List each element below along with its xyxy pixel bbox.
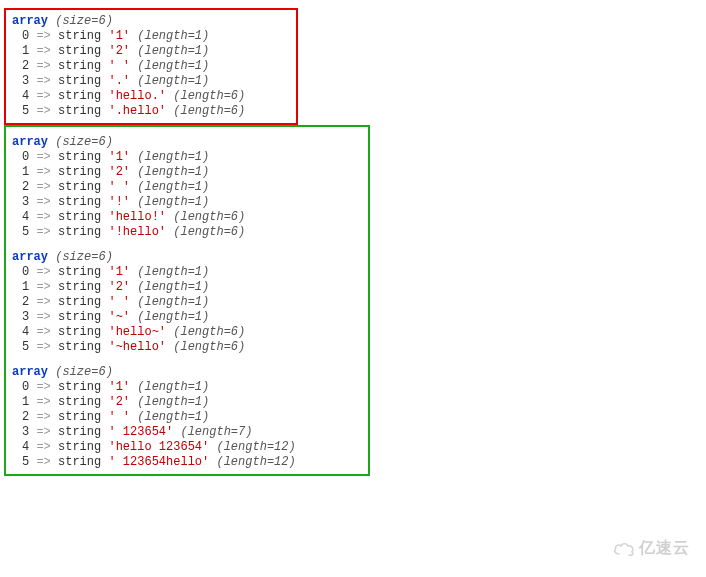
array-block-red: array (size=6)0 => string '1' (length=1)… xyxy=(4,8,298,125)
array-header: array (size=6) xyxy=(12,135,362,150)
row-type: string xyxy=(58,410,101,424)
row-value: 'hello 123654' xyxy=(108,440,209,454)
row-index: 2 xyxy=(22,180,29,194)
arrow: => xyxy=(36,340,50,354)
row-length: (length=1) xyxy=(137,74,209,88)
array-row: 1 => string '2' (length=1) xyxy=(22,280,362,295)
row-length: (length=12) xyxy=(216,440,295,454)
row-index: 5 xyxy=(22,104,29,118)
row-value: '1' xyxy=(108,29,130,43)
arrow: => xyxy=(36,180,50,194)
array-size: (size=6) xyxy=(55,365,113,379)
row-value: 'hello.' xyxy=(108,89,166,103)
row-length: (length=1) xyxy=(137,280,209,294)
row-value: ' 123654hello' xyxy=(108,455,209,469)
array-subblock: array (size=6)0 => string '1' (length=1)… xyxy=(12,250,362,355)
array-row: 4 => string 'hello!' (length=6) xyxy=(22,210,362,225)
row-index: 2 xyxy=(22,59,29,73)
row-index: 0 xyxy=(22,380,29,394)
arrow: => xyxy=(36,410,50,424)
row-length: (length=1) xyxy=(137,295,209,309)
row-type: string xyxy=(58,310,101,324)
row-index: 3 xyxy=(22,74,29,88)
array-items: 0 => string '1' (length=1)1 => string '2… xyxy=(22,380,362,470)
row-length: (length=1) xyxy=(137,195,209,209)
row-value: '1' xyxy=(108,265,130,279)
row-length: (length=6) xyxy=(173,325,245,339)
row-type: string xyxy=(58,74,101,88)
array-row: 0 => string '1' (length=1) xyxy=(22,29,290,44)
row-value: ' ' xyxy=(108,410,130,424)
row-length: (length=1) xyxy=(137,410,209,424)
arrow: => xyxy=(36,44,50,58)
row-length: (length=1) xyxy=(137,180,209,194)
array-items: 0 => string '1' (length=1)1 => string '2… xyxy=(22,150,362,240)
row-type: string xyxy=(58,440,101,454)
arrow: => xyxy=(36,280,50,294)
array-row: 3 => string '~' (length=1) xyxy=(22,310,362,325)
row-value: ' ' xyxy=(108,59,130,73)
row-type: string xyxy=(58,395,101,409)
array-row: 3 => string '.' (length=1) xyxy=(22,74,290,89)
row-value: '2' xyxy=(108,280,130,294)
row-length: (length=1) xyxy=(137,150,209,164)
row-index: 0 xyxy=(22,29,29,43)
row-index: 3 xyxy=(22,425,29,439)
arrow: => xyxy=(36,265,50,279)
row-type: string xyxy=(58,425,101,439)
arrow: => xyxy=(36,59,50,73)
cloud-icon xyxy=(613,541,635,557)
row-type: string xyxy=(58,165,101,179)
row-index: 1 xyxy=(22,395,29,409)
array-keyword: array xyxy=(12,250,48,264)
array-size: (size=6) xyxy=(55,135,113,149)
array-row: 0 => string '1' (length=1) xyxy=(22,380,362,395)
arrow: => xyxy=(36,310,50,324)
array-row: 5 => string '~hello' (length=6) xyxy=(22,340,362,355)
row-type: string xyxy=(58,325,101,339)
row-value: '~hello' xyxy=(108,340,166,354)
row-index: 0 xyxy=(22,265,29,279)
array-row: 1 => string '2' (length=1) xyxy=(22,44,290,59)
row-index: 2 xyxy=(22,295,29,309)
arrow: => xyxy=(36,195,50,209)
watermark: 亿速云 xyxy=(613,538,690,559)
row-index: 3 xyxy=(22,195,29,209)
row-length: (length=1) xyxy=(137,59,209,73)
array-row: 4 => string 'hello 123654' (length=12) xyxy=(22,440,362,455)
array-keyword: array xyxy=(12,365,48,379)
array-items: 0 => string '1' (length=1)1 => string '2… xyxy=(22,265,362,355)
row-value: ' 123654' xyxy=(108,425,173,439)
row-index: 5 xyxy=(22,225,29,239)
array-row: 4 => string 'hello~' (length=6) xyxy=(22,325,362,340)
array-row: 5 => string ' 123654hello' (length=12) xyxy=(22,455,362,470)
row-length: (length=12) xyxy=(216,455,295,469)
array-row: 2 => string ' ' (length=1) xyxy=(22,59,290,74)
array-header: array (size=6) xyxy=(12,365,362,380)
row-length: (length=6) xyxy=(173,225,245,239)
row-length: (length=6) xyxy=(173,210,245,224)
arrow: => xyxy=(36,425,50,439)
row-value: '~' xyxy=(108,310,130,324)
row-index: 1 xyxy=(22,280,29,294)
row-type: string xyxy=(58,295,101,309)
row-index: 1 xyxy=(22,44,29,58)
row-type: string xyxy=(58,280,101,294)
array-row: 3 => string '!' (length=1) xyxy=(22,195,362,210)
row-type: string xyxy=(58,59,101,73)
row-index: 4 xyxy=(22,325,29,339)
row-value: '1' xyxy=(108,150,130,164)
arrow: => xyxy=(36,89,50,103)
arrow: => xyxy=(36,210,50,224)
row-index: 4 xyxy=(22,440,29,454)
array-items: 0 => string '1' (length=1)1 => string '2… xyxy=(22,29,290,119)
array-header: array (size=6) xyxy=(12,250,362,265)
row-value: '.hello' xyxy=(108,104,166,118)
row-value: '!hello' xyxy=(108,225,166,239)
row-index: 4 xyxy=(22,210,29,224)
row-length: (length=1) xyxy=(137,165,209,179)
row-type: string xyxy=(58,195,101,209)
row-value: '2' xyxy=(108,165,130,179)
arrow: => xyxy=(36,225,50,239)
row-type: string xyxy=(58,29,101,43)
